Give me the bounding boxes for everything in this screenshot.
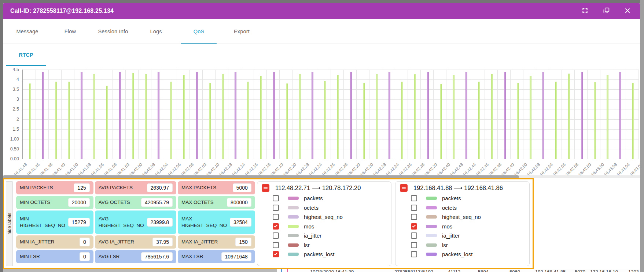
legend-item-highest-seq-no: highest_seq_no [400, 212, 525, 222]
x-tick-label: 16:42:49 [500, 162, 515, 177]
x-tick-label: 16:42:48 [487, 162, 502, 177]
legend-label: ia_jitter [304, 232, 321, 239]
minus-icon [264, 187, 268, 189]
checkbox-ia-jitter[interactable] [273, 232, 279, 239]
chart-bar [209, 83, 211, 159]
background-cell-text: 172.16.16.10 [590, 269, 618, 272]
subtab-rtcp[interactable]: RTCP [6, 44, 46, 66]
x-tick-label: 16:43:03 [603, 162, 618, 177]
legend-label: lsr [442, 242, 448, 248]
checkbox-packets-lost[interactable] [273, 251, 279, 257]
background-cell-text: 10/28/2020 16:41:39 [310, 269, 354, 272]
x-tick-label: 16:42:23 [295, 162, 310, 177]
tab-export[interactable]: Export [220, 19, 263, 44]
gridline-v [549, 70, 549, 159]
remove-stream-button[interactable] [400, 184, 408, 192]
swatch-lsr [288, 243, 299, 247]
chart-bar [619, 72, 621, 159]
legend-label: packets_lost [304, 251, 334, 257]
legend-item-packets-lost: packets_lost [400, 250, 525, 259]
chart-bar [145, 74, 147, 159]
stat-value: 2630.97 [147, 183, 173, 192]
gridline-v [562, 70, 562, 159]
x-tick-label: 16:42:43 [449, 162, 464, 177]
checkbox-highest-seq-no[interactable] [273, 214, 279, 220]
legend-label: mos [442, 223, 452, 230]
popout-button[interactable] [602, 7, 611, 15]
x-tick-label: 16:42:19 [269, 162, 284, 177]
stat-label: MAX LSR [181, 253, 203, 260]
chart-bar [222, 74, 224, 159]
gridline-v [331, 70, 331, 159]
checkbox-packets-lost[interactable] [411, 251, 417, 257]
checkbox-mos[interactable] [411, 223, 417, 230]
checkbox-mos[interactable] [273, 223, 279, 230]
checkbox-lsr[interactable] [273, 242, 279, 248]
tab-flow[interactable]: Flow [49, 19, 92, 44]
tab-session-info[interactable]: Session Info [92, 19, 135, 44]
checkbox-octets[interactable] [411, 205, 417, 211]
tab-qos[interactable]: QoS [177, 19, 220, 44]
chart-bar [440, 84, 442, 159]
chart-bar [491, 74, 493, 159]
gridline-v [254, 70, 254, 159]
call-detail-dialog: Call-ID: 2782558117@192.168.25.134 [3, 3, 640, 269]
x-tick-label: 16:42:04 [154, 162, 169, 177]
stat-label: AVG LSR [99, 253, 120, 260]
checkbox-highest-seq-no[interactable] [411, 214, 417, 220]
chart-bar [170, 82, 172, 159]
chart-bar [235, 72, 236, 159]
chart-scrollbar[interactable] [3, 175, 640, 178]
gridline-v [485, 70, 485, 159]
x-tick-label: 16:42:53 [526, 162, 541, 177]
y-tick-label: 2.5 [13, 107, 19, 112]
x-axis-labels: 16:41:4316:41:4516:41:4816:41:4916:41:50… [22, 159, 640, 175]
swatch-highest-seq-no [426, 215, 437, 219]
stat-value: 800000 [227, 198, 251, 207]
checkbox-ia-jitter[interactable] [411, 232, 417, 239]
x-tick-label: 16:42:09 [192, 162, 207, 177]
qos-panel: hide labels MIN PACKETS125AVG PACKETS263… [3, 178, 534, 269]
hide-labels-toggle[interactable]: hide labels [6, 181, 13, 266]
checkbox-octets[interactable] [273, 205, 279, 211]
legend-item-ia-jitter: ia_jitter [262, 231, 387, 241]
fullscreen-button[interactable] [581, 7, 589, 15]
tab-bar: MessageFlowSession InfoLogsQoSExport [3, 19, 640, 44]
checkbox-packets[interactable] [273, 195, 279, 201]
x-tick-label: 16:42:40 [436, 162, 451, 177]
chart-scrollbar-thumb[interactable] [3, 175, 519, 178]
chart-bar [530, 76, 531, 159]
swatch-lsr [426, 243, 437, 247]
x-tick-label: 16:42:14 [231, 162, 246, 177]
tab-logs[interactable]: Logs [135, 19, 177, 44]
gridline-v [587, 70, 588, 159]
legend-label: octets [304, 205, 319, 211]
legend-item-octets: octets [262, 203, 387, 213]
checkbox-packets[interactable] [411, 195, 417, 201]
tab-message[interactable]: Message [6, 19, 49, 44]
stat-label: MAX OCTETS [181, 199, 214, 206]
gridline-v [125, 70, 126, 159]
stat-cell-min-highest-seq-no: MIN HIGHEST_SEQ_NO15279 [16, 210, 93, 234]
stat-cell-max-lsr: MAX LSR10971648 [178, 250, 255, 263]
chart-bar [132, 73, 134, 159]
x-tick-label: 16:41:43 [13, 162, 27, 177]
background-cell-text: 5894 [478, 269, 489, 272]
gridline-v [138, 70, 139, 159]
gridline-v [241, 70, 241, 159]
page-scrollbar[interactable] [640, 0, 644, 272]
stat-value: 7856157.6 [141, 252, 173, 261]
stat-value: 150 [235, 238, 251, 246]
gridline-v [382, 70, 382, 159]
gridline-v [408, 70, 408, 159]
stream-legends: 112.48.22.71 ⟶ 120.78.172.20packetsoctet… [257, 181, 530, 266]
chart-bar [542, 72, 544, 159]
gridline-v [420, 70, 421, 159]
close-button[interactable] [623, 7, 632, 15]
gridline-v [305, 70, 305, 159]
chart-bar [504, 72, 506, 159]
checkbox-lsr[interactable] [411, 242, 417, 248]
y-tick-label: 0.50 [10, 146, 19, 152]
stat-cell-avg-ia-jitter: AVG IA_JITTER37.95 [95, 235, 176, 249]
remove-stream-button[interactable] [262, 184, 269, 192]
